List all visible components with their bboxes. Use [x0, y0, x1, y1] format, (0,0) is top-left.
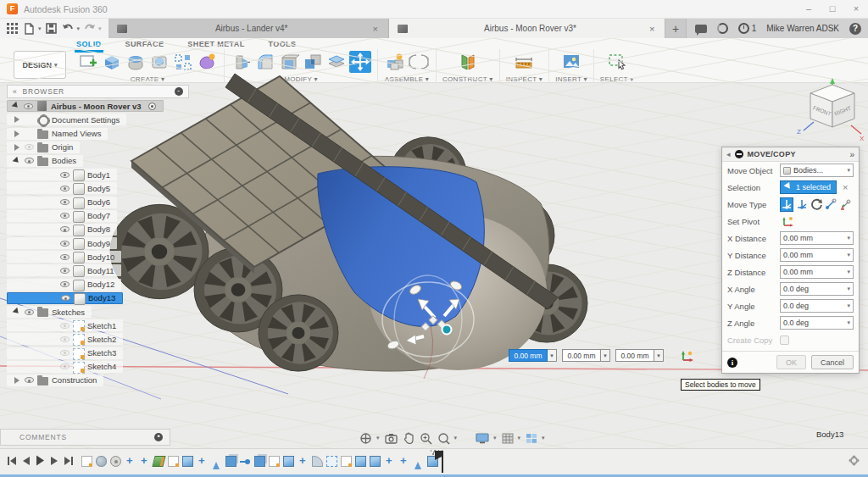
distance-input[interactable]: 0.00 mm ▼	[562, 349, 610, 362]
set-pivot-button[interactable]	[780, 214, 796, 229]
manipulator-origin-point[interactable]	[442, 325, 452, 335]
zoom-icon[interactable]	[420, 432, 432, 445]
go-to-end-button[interactable]	[64, 454, 74, 469]
visibility-eye-icon[interactable]	[22, 309, 36, 315]
visibility-eye-icon[interactable]	[58, 295, 72, 301]
tab-close-icon[interactable]: ×	[371, 24, 380, 34]
tab-airbus-lander[interactable]: Airbus - Lander v4* ×	[108, 19, 389, 38]
field-input[interactable]: 0.00 mm ▾	[780, 248, 854, 262]
expand-arrow[interactable]	[12, 143, 22, 152]
field-value[interactable]: 0.00 mm	[783, 268, 848, 276]
play-button[interactable]	[36, 454, 45, 469]
field-caret[interactable]: ▾	[847, 252, 850, 258]
dialog-expand-icon[interactable]: »	[849, 150, 854, 159]
field-value[interactable]: 0.0 deg	[783, 302, 848, 310]
distance-value[interactable]: 0.00 mm	[562, 349, 601, 362]
expand-arrow[interactable]	[47, 239, 58, 247]
visibility-eye-icon[interactable]	[58, 281, 71, 287]
tab-airbus-moon-rover[interactable]: Airbus - Moon Rover v3* ×	[389, 19, 665, 38]
field-value[interactable]: 0.0 deg	[783, 319, 848, 327]
file-menu-caret[interactable]: ▾	[38, 25, 42, 32]
node-label[interactable]: Sketches	[52, 308, 85, 317]
timeline-feature-move[interactable]	[139, 456, 150, 467]
redo-icon[interactable]	[82, 21, 97, 36]
browser-row[interactable]: Origin	[7, 141, 80, 153]
visibility-eye-icon[interactable]	[58, 363, 71, 369]
node-label[interactable]: Body1	[87, 170, 110, 180]
step-forward-button[interactable]	[50, 454, 58, 469]
distance-input[interactable]: 0.00 mm ▼	[509, 349, 557, 362]
visibility-eye-icon[interactable]	[22, 158, 36, 164]
browser-row[interactable]: Sketches	[7, 306, 92, 318]
timeline-feature-extrude[interactable]	[182, 456, 193, 467]
save-icon[interactable]	[44, 21, 58, 36]
pan-icon[interactable]	[403, 432, 415, 444]
distance-caret[interactable]: ▼	[548, 349, 557, 362]
expand-arrow[interactable]	[47, 321, 58, 330]
node-label[interactable]: Body6	[87, 197, 110, 207]
expand-arrow[interactable]	[12, 115, 22, 124]
node-label[interactable]: Bodies	[52, 156, 76, 165]
node-label[interactable]: Sketch2	[87, 335, 116, 344]
browser-row[interactable]: Body12	[7, 279, 121, 291]
browser-row[interactable]: Sketch2	[7, 333, 123, 345]
timeline-feature-mirror[interactable]	[413, 456, 424, 467]
browser-row[interactable]: Sketch4	[7, 361, 123, 373]
browser-row[interactable]: Body11	[7, 264, 121, 276]
visibility-eye-icon[interactable]	[58, 268, 71, 274]
timeline-feature-sketch[interactable]	[269, 456, 280, 467]
timeline-feature-combine[interactable]	[225, 456, 236, 467]
browser-row[interactable]: Body9	[7, 237, 117, 249]
redo-caret[interactable]: ▾	[98, 25, 102, 32]
expand-arrow[interactable]	[47, 170, 58, 179]
timeline-feature-sketch[interactable]	[81, 456, 92, 467]
ok-button[interactable]: OK	[776, 355, 806, 369]
grid-settings-icon[interactable]	[502, 433, 514, 444]
look-at-icon[interactable]	[385, 433, 398, 444]
timeline-feature-move[interactable]	[298, 456, 309, 467]
browser-row[interactable]: Named Views	[7, 128, 108, 140]
timeline-feature-sketch[interactable]	[168, 456, 179, 467]
node-label[interactable]: Body13	[88, 293, 115, 302]
visibility-eye-icon[interactable]	[58, 323, 71, 329]
job-status-icon[interactable]	[717, 23, 728, 34]
browser-row[interactable]: Sketch1	[7, 319, 123, 331]
set-pivot-float-icon[interactable]	[680, 349, 695, 363]
cancel-button[interactable]: Cancel	[811, 355, 854, 369]
browser-row[interactable]: Document Settings	[7, 114, 126, 125]
distance-value[interactable]: 0.00 mm	[509, 349, 548, 362]
move-type-free-move[interactable]	[780, 197, 793, 212]
visibility-eye-icon[interactable]	[58, 350, 71, 356]
view-cube[interactable]: FRONT RIGHT Z X	[793, 78, 866, 151]
timeline-feature-form[interactable]	[96, 456, 107, 467]
visibility-eye-icon[interactable]	[58, 336, 71, 342]
expand-arrow[interactable]	[47, 252, 58, 261]
feedback-bubble-icon[interactable]	[695, 25, 707, 33]
dialog-header[interactable]: ◂ MOVE/COPY »	[722, 147, 859, 162]
file-menu-icon[interactable]	[22, 21, 36, 36]
expand-arrow[interactable]	[48, 294, 58, 302]
node-label[interactable]: Origin	[52, 142, 73, 152]
timeline-feature-plane[interactable]	[152, 456, 165, 467]
timeline-playhead[interactable]	[442, 451, 443, 473]
field-input[interactable]: 0.0 deg ▾	[780, 282, 854, 296]
browser-row[interactable]: Body7	[7, 210, 117, 222]
timeline-feature-mirror[interactable]	[211, 456, 222, 467]
expand-arrow[interactable]	[47, 198, 58, 207]
visibility-eye-icon[interactable]	[58, 226, 71, 232]
browser-row[interactable]: Bodies	[7, 155, 83, 167]
node-label[interactable]: Body11	[87, 266, 114, 275]
display-settings-icon[interactable]	[476, 433, 489, 444]
notifications[interactable]: 1	[738, 23, 757, 34]
tab-label[interactable]: Airbus - Moon Rover v3*	[413, 24, 648, 33]
node-label[interactable]: Body8	[87, 225, 110, 234]
node-label[interactable]: Construction	[52, 375, 97, 385]
minimize-button[interactable]: –	[797, 0, 821, 18]
field-caret[interactable]: ▾	[847, 302, 850, 309]
field-caret[interactable]: ▾	[847, 286, 850, 292]
app-grid-icon[interactable]	[5, 21, 19, 36]
timeline-feature-move[interactable]	[384, 456, 395, 467]
comments-toggle-icon[interactable]: •	[154, 433, 163, 441]
expand-arrow[interactable]	[47, 266, 58, 275]
selection-button[interactable]: 1 selected	[780, 180, 837, 194]
